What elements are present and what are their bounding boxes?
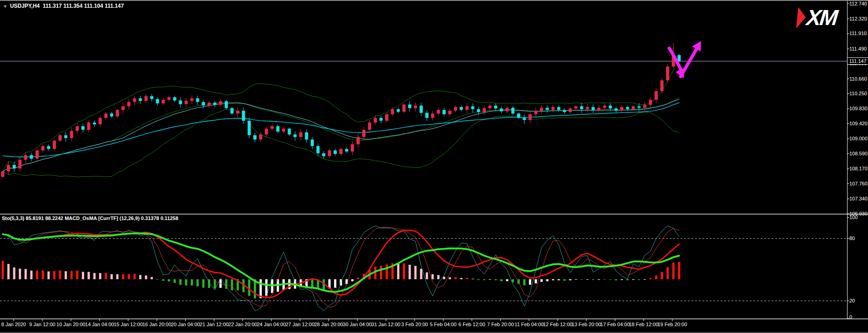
time-tick-label: 31 Jan 12:00 bbox=[372, 322, 401, 327]
price-tick-label: 110.660 bbox=[849, 76, 867, 82]
candlestick-chart-canvas[interactable] bbox=[0, 0, 868, 333]
time-tick-label: 3 Feb 20:00 bbox=[401, 322, 428, 327]
time-tick-label: 14 Jan 04:00 bbox=[85, 322, 114, 327]
time-tick-label: 22 Jan 20:00 bbox=[228, 322, 257, 327]
time-tick-label: 21 Jan 12:00 bbox=[200, 322, 229, 327]
price-tick-label: 109.830 bbox=[849, 106, 868, 111]
price-tick-label: 107.340 bbox=[849, 196, 868, 201]
time-tick-label: 27 Jan 12:00 bbox=[286, 322, 315, 327]
indicator-tick-label: 80 bbox=[849, 236, 855, 241]
time-tick-label: 16 Jan 20:00 bbox=[142, 322, 172, 327]
time-tick-label: 11 Feb 04:00 bbox=[515, 322, 544, 327]
chart-title: ▼USDJPY,H4 111.317 111.354 111.104 111.1… bbox=[3, 3, 124, 9]
indicator-tick-label: 100 bbox=[849, 215, 858, 220]
price-tick-label: 108.590 bbox=[849, 151, 868, 156]
ohlc-values: 111.317 111.354 111.104 111.147 bbox=[43, 3, 124, 9]
time-tick-label: 18 Feb 12:00 bbox=[629, 322, 658, 327]
time-tick-label: 7 Feb 20:00 bbox=[487, 322, 514, 327]
time-tick-label: 10 Jan 20:00 bbox=[56, 322, 86, 327]
price-tick-label: 107.760 bbox=[849, 181, 868, 186]
time-tick-label: 20 Jan 04:00 bbox=[171, 322, 200, 327]
symbol-period-label: USDJPY,H4 bbox=[10, 3, 40, 9]
indicator-panel-title: Sto(5,3,3) 85.8191 88.2242 MACD_OsMA [Cu… bbox=[2, 215, 178, 221]
time-tick-label: 24 Jan 04:00 bbox=[257, 322, 286, 327]
price-tick-label: 108.170 bbox=[849, 166, 868, 171]
time-tick-label: 9 Jan 12:00 bbox=[29, 322, 56, 327]
time-tick-label: 13 Feb 20:00 bbox=[572, 322, 601, 327]
time-tick-label: 30 Jan 04:00 bbox=[343, 322, 372, 327]
symbol-dropdown-icon[interactable]: ▼ bbox=[3, 4, 7, 9]
xm-logo: XM bbox=[796, 7, 837, 29]
indicator-tick-label: 0 bbox=[849, 314, 852, 320]
price-tick-label: 109.000 bbox=[849, 136, 868, 141]
time-tick-label: 5 Feb 04:00 bbox=[430, 322, 457, 327]
time-tick-label: 6 Feb 12:00 bbox=[459, 322, 485, 327]
time-tick-label: 28 Jan 20:00 bbox=[314, 322, 343, 327]
xm-logo-text: XM bbox=[805, 7, 838, 29]
price-tick-label: 112.320 bbox=[849, 16, 867, 21]
current-price-tag: 111.147 bbox=[847, 57, 868, 65]
price-tick-label: 112.740 bbox=[849, 1, 867, 6]
time-tick-label: 17 Feb 04:00 bbox=[601, 322, 630, 327]
price-tick-label: 111.490 bbox=[849, 46, 867, 51]
time-tick-label: 8 Jan 2020 bbox=[1, 322, 26, 327]
time-tick-label: 12 Feb 12:00 bbox=[543, 322, 573, 327]
price-tick-label: 109.420 bbox=[849, 121, 868, 126]
price-tick-label: 111.910 bbox=[849, 31, 867, 36]
time-tick-label: 19 Feb 20:00 bbox=[657, 322, 687, 327]
indicator-tick-label: 20 bbox=[849, 298, 855, 303]
time-tick-label: 15 Jan 12:00 bbox=[114, 322, 143, 327]
xm-logo-mark-icon bbox=[796, 7, 806, 29]
price-tick-label: 110.250 bbox=[849, 91, 867, 96]
trading-terminal-window: ▼USDJPY,H4 111.317 111.354 111.104 111.1… bbox=[0, 0, 868, 333]
